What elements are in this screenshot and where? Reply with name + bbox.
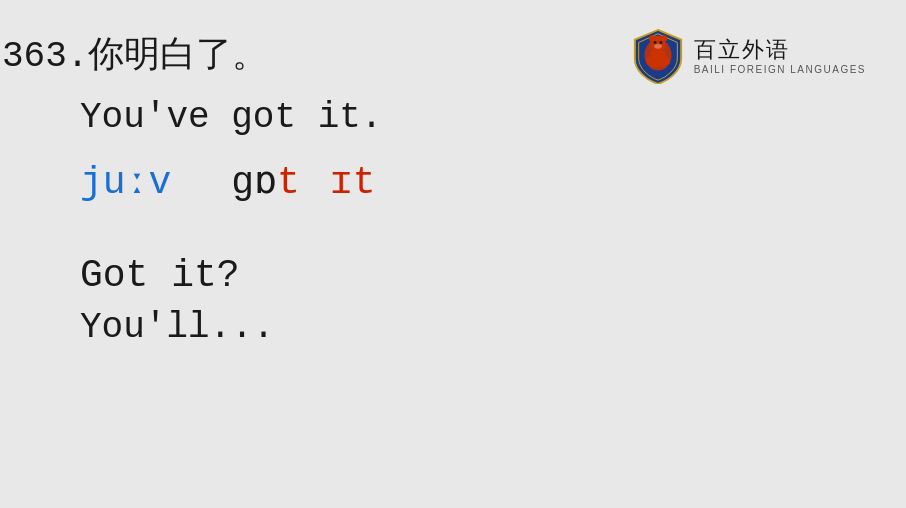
svg-point-4 bbox=[653, 41, 656, 44]
logo-chinese: 百立外语 bbox=[694, 37, 790, 63]
logo-english: BAILI FOREIGN LANGUAGES bbox=[694, 64, 866, 75]
english-sentence: You've got it. bbox=[0, 97, 906, 138]
svg-rect-7 bbox=[650, 50, 665, 67]
svg-rect-9 bbox=[663, 57, 669, 65]
svg-point-2 bbox=[649, 35, 656, 42]
logo-container: 百立外语 BAILI FOREIGN LANGUAGES bbox=[632, 28, 866, 84]
logo-text-block: 百立外语 BAILI FOREIGN LANGUAGES bbox=[694, 37, 866, 74]
phonetic-youve: juːv bbox=[80, 158, 171, 204]
second-sentence-text: Got it? bbox=[80, 254, 240, 297]
partial-line: You'll... bbox=[0, 307, 906, 348]
svg-point-6 bbox=[654, 44, 662, 49]
phonetic-got-t: t bbox=[277, 161, 300, 204]
got-it-line: Got it? bbox=[0, 254, 906, 297]
english-sentence-text: You've got it. bbox=[80, 97, 382, 138]
phonetic-it: ɪt bbox=[330, 158, 376, 204]
logo-shield-icon bbox=[632, 28, 684, 84]
svg-rect-8 bbox=[646, 57, 652, 65]
phonetic-got: g bbox=[231, 161, 254, 204]
phonetic-line: juːv gɒt ɪt bbox=[0, 158, 906, 204]
phonetic-got-o: ɒ bbox=[254, 158, 277, 204]
partial-text: You'll... bbox=[80, 307, 274, 348]
svg-point-5 bbox=[659, 41, 662, 44]
svg-point-3 bbox=[660, 35, 667, 42]
number-label: 363. bbox=[2, 36, 88, 77]
chinese-text: 你明白了。 bbox=[88, 36, 268, 77]
